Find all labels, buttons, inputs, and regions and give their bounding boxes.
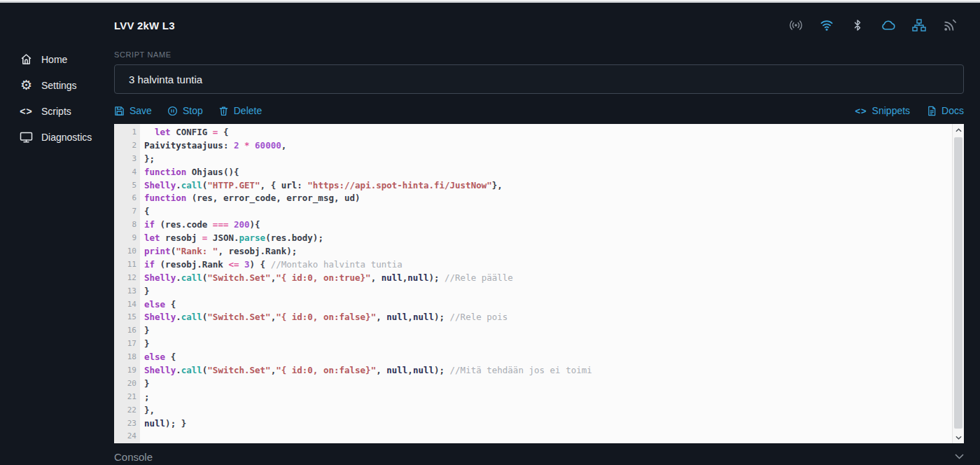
line-number: 2 [114,139,140,153]
line-number: 5 [114,179,140,193]
sidebar: Home ⚙ Settings <> Scripts Diagnostics [0,46,114,150]
code-line: } [144,338,952,351]
code-line: print("Rank: ", resobj.Rank); [144,245,952,258]
code-line: Paivitystaajuus: 2 * 60000, [144,139,952,153]
line-number: 10 [114,245,140,258]
script-name-label: SCRIPT NAME [114,50,964,59]
sidebar-item-diagnostics[interactable]: Diagnostics [0,124,114,150]
code-line: else { [144,298,952,312]
status-icons [788,18,958,32]
script-editor[interactable]: 123456789101112131415161718192021222324 … [114,124,964,443]
editor-scrollbar[interactable] [952,124,964,443]
code-icon: <> [20,104,33,118]
snippets-label: Snippets [872,105,910,116]
snippets-button[interactable]: <> Snippets [855,105,910,116]
line-number: 1 [114,126,140,139]
shelly-scripts-page: LVV 2kW L3 [0,0,980,465]
line-number: 18 [114,351,140,364]
code-line: }, [144,404,952,417]
script-name-input[interactable] [114,64,964,94]
line-number: 8 [114,218,140,232]
code-line: if (res.code === 200){ [144,218,952,232]
scroll-up-arrow[interactable] [953,124,964,136]
sidebar-item-label: Home [41,54,67,65]
line-number: 3 [114,153,140,166]
stop-icon [167,106,178,116]
line-number: 24 [114,430,140,443]
code-line [144,430,952,443]
save-label: Save [130,105,152,116]
sidebar-item-home[interactable]: Home [0,46,114,72]
docs-icon [927,106,937,116]
line-number: 17 [114,338,140,351]
code-line: }; [144,153,952,166]
topbar: LVV 2kW L3 [0,3,980,46]
code-line: } [144,377,952,391]
code-line: ; [144,391,952,404]
line-number: 13 [114,285,140,298]
ethernet-icon [911,18,927,32]
console-panel-header[interactable]: Console [114,448,964,465]
line-number: 6 [114,192,140,205]
code-line: Shelly.call("Switch.Set","{ id:0, on:tru… [144,272,952,285]
monitor-icon [20,130,33,144]
code-line: if (resobj.Rank <= 3) { //Montako halvin… [144,258,952,272]
code-line: let resobj = JSON.parse(res.body); [144,232,952,245]
gear-icon: ⚙ [20,78,33,92]
line-number: 21 [114,391,140,404]
stop-button[interactable]: Stop [167,105,203,116]
scrollbar-thumb[interactable] [954,137,962,429]
wifi-icon [819,18,834,32]
sidebar-item-scripts[interactable]: <> Scripts [0,98,114,124]
code-line: function (res, error_code, error_msg, ud… [144,192,952,205]
sidebar-item-label: Diagnostics [41,132,92,143]
line-number: 9 [114,232,140,245]
line-number: 14 [114,298,140,312]
line-number: 23 [114,417,140,431]
docs-button[interactable]: Docs [927,105,964,116]
code-line: Shelly.call("Switch.Set","{ id:0, on:fal… [144,311,952,324]
scroll-down-arrow[interactable] [953,431,964,443]
device-title: LVV 2kW L3 [114,20,175,32]
bluetooth-icon [850,18,865,32]
stop-label: Stop [183,105,203,116]
line-number: 11 [114,258,140,272]
code-line: Shelly.call("Switch.Set","{ id:0, on:fal… [144,364,952,377]
code-line: function Ohjaus(){ [144,166,952,179]
code-line: null); } [144,417,952,431]
editor-gutter: 123456789101112131415161718192021222324 [114,124,140,443]
code-line: Shelly.call("HTTP.GET", { url: "https://… [144,179,952,193]
console-label: Console [114,451,153,463]
snippets-icon: <> [855,106,867,116]
code-line: } [144,324,952,338]
chevron-down-icon[interactable] [955,454,964,459]
sidebar-item-label: Settings [41,80,77,91]
access-point-icon [788,18,804,32]
docs-label: Docs [941,105,964,116]
line-number: 4 [114,166,140,179]
broadcast-icon [942,18,958,32]
code-line: else { [144,351,952,364]
line-number: 12 [114,272,140,285]
code-line: } [144,285,952,298]
save-icon [114,106,125,116]
sidebar-item-settings[interactable]: ⚙ Settings [0,72,114,98]
cloud-icon [881,18,896,32]
code-line: { [144,205,952,218]
trash-icon [218,106,229,116]
script-toolbar: Save Stop D [114,102,964,119]
line-number: 20 [114,377,140,391]
delete-label: Delete [234,105,262,116]
line-number: 15 [114,311,140,324]
sidebar-item-label: Scripts [41,106,71,117]
editor-code[interactable]: let CONFIG = {Paivitystaajuus: 2 * 60000… [140,124,952,443]
delete-button[interactable]: Delete [218,105,262,116]
line-number: 19 [114,364,140,377]
home-icon [20,53,33,66]
line-number: 7 [114,205,140,218]
line-number: 16 [114,324,140,338]
main-content: SCRIPT NAME Save [114,46,964,443]
code-line: let CONFIG = { [144,126,952,139]
save-button[interactable]: Save [114,105,152,116]
line-number: 22 [114,404,140,417]
